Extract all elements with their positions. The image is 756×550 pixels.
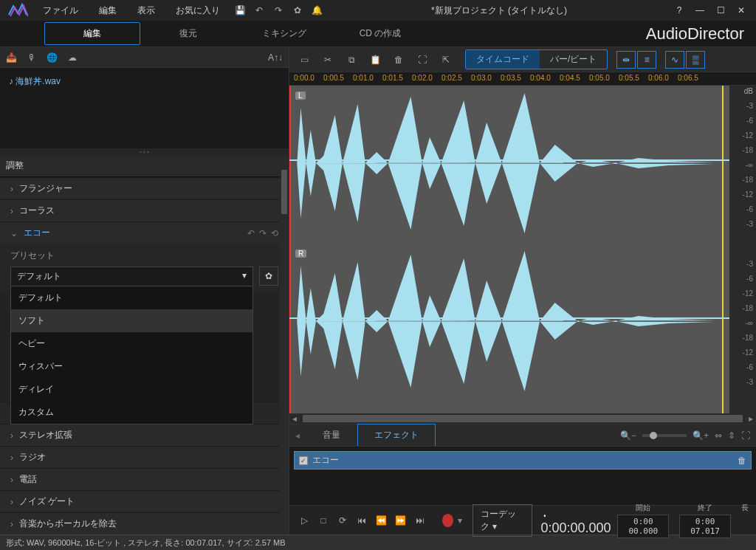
tab-edit[interactable]: 編集 [44,22,140,45]
delete-icon[interactable]: 🗑 [388,50,409,69]
spectral-view-icon[interactable]: ▒ [686,51,705,69]
adjust-header: 調整 [0,155,289,177]
menu-view[interactable]: 表示 [127,1,165,20]
zoom-fit-h-icon[interactable]: ⇔ [715,430,722,441]
skip-end-icon[interactable]: ⏭ [413,512,427,529]
paste-icon[interactable]: 📋 [365,50,385,69]
loop-icon[interactable]: ⟳ [335,512,350,529]
fx-radio[interactable]: ›ラジオ [0,446,289,468]
rewind-icon[interactable]: ⏪ [374,512,389,529]
record-button[interactable] [442,514,453,527]
tab-restore[interactable]: 復元 [140,23,236,44]
time-display: . 0:00:00.000 [541,504,614,536]
barbeat-mode[interactable]: バー/ビート [540,50,607,69]
scroll-right-icon[interactable]: ▸ [746,413,756,424]
editor-toolbar: ▭ ✂ ⧉ 📋 🗑 ⛶ ⇱ タイムコード バー/ビート ⇹ ≡ ∿ ▒ [289,47,756,72]
fx-phone[interactable]: ›電話 [0,468,289,490]
marker-view-icon[interactable]: ≡ [637,51,656,69]
save-icon[interactable]: 💾 [230,1,250,20]
download-icon[interactable]: 🌐 [47,52,58,63]
end-label: 終了 [679,503,731,513]
cloud-icon[interactable]: ☁ [68,52,77,63]
start-label: 開始 [617,503,669,513]
waveform-view-icon[interactable]: ∿ [665,51,684,69]
menu-edit[interactable]: 編集 [89,1,127,20]
fx-stereo-expand[interactable]: ›ステレオ拡張 [0,424,289,446]
notification-icon[interactable]: 🔔 [307,1,326,20]
preset-option[interactable]: ウィスパー [11,355,252,378]
zoom-in-icon[interactable]: 🔍+ [693,430,709,441]
undo-icon[interactable]: ↶ [250,1,269,20]
skip-start-icon[interactable]: ⏮ [354,512,369,529]
snap-icon[interactable]: ⇹ [616,51,636,69]
fx-reset-icon[interactable]: ⟲ [271,228,278,238]
import-icon[interactable]: 📥 [6,52,17,63]
effect-delete-icon[interactable]: 🗑 [738,456,746,466]
cut-icon[interactable]: ✂ [317,50,338,69]
media-library: 海鮮丼.wav [0,68,289,148]
timecode-mode[interactable]: タイムコード [466,50,540,69]
effect-enable-checkbox[interactable]: ✓ [299,456,308,465]
preset-settings-icon[interactable]: ✿ [259,267,278,286]
sort-icon[interactable]: A↑↓ [268,52,283,63]
menu-favorites[interactable]: お気に入り [165,1,230,20]
stop-icon[interactable]: □ [316,512,331,529]
close-icon[interactable]: ✕ [734,5,749,16]
timeline-scrollbar[interactable]: ◂ ▸ [289,413,756,424]
play-icon[interactable]: ▷ [297,512,312,529]
select-tool-icon[interactable]: ▭ [294,50,315,69]
preset-option[interactable]: カスタム [11,401,252,424]
preset-dropdown-list: デフォルト ソフト ヘビー ウィスパー ディレイ カスタム [10,286,253,424]
preset-dropdown[interactable]: デフォルト▾ [10,267,253,286]
left-panel: 📥 🎙 🌐 ☁ A↑↓ 海鮮丼.wav • • • 調整 ›フランジャー ›コー… [0,47,289,534]
export-icon[interactable]: ⇱ [436,50,456,69]
splitter-handle[interactable]: • • • [0,148,289,155]
adjust-scrollbar[interactable] [280,170,289,534]
effect-clip[interactable]: ✓ エコー 🗑 [294,451,752,470]
zoom-fit-v-icon[interactable]: ⇕ [728,430,735,441]
waveform-right [289,244,729,399]
fx-undo-icon[interactable]: ↶ [247,228,255,238]
chevron-left-icon[interactable]: ◂ [295,430,300,441]
fx-redo-icon[interactable]: ↷ [259,228,267,238]
length-label: 長 [741,503,749,513]
forward-icon[interactable]: ⏩ [394,512,408,529]
transport-bar: ▷ □ ⟳ ⏮ ⏪ ⏩ ⏭ ▾ コーデック ▾ . 0:00:00.000 開始… [289,505,756,534]
effect-clip-label: エコー [312,454,339,467]
tab-cd[interactable]: CD の作成 [332,23,428,44]
start-time-input[interactable]: 0:00 00.000 [617,515,669,538]
time-ruler[interactable]: 0:00.0 0:00.5 0:01.0 0:01.5 0:02.0 0:02.… [289,72,756,86]
waveform-left [289,86,729,241]
db-scale: dB -3 -6 -12 -18 -∞ -18 -12 -6 -3 -3 -6 … [729,86,756,413]
menu-file[interactable]: ファイル [32,1,89,20]
minimize-icon[interactable]: — [693,5,707,16]
zoom-slider[interactable] [642,434,687,437]
zoom-out-icon[interactable]: 🔍− [620,430,636,441]
fx-vocal-remove[interactable]: ›音楽からボーカルを除去 [0,512,289,534]
tab-mixing[interactable]: ミキシング [236,23,332,44]
media-file[interactable]: 海鮮丼.wav [7,72,281,91]
fx-echo[interactable]: ⌄エコー ↶↷⟲ [0,221,289,244]
preset-option[interactable]: ディレイ [11,378,252,401]
copy-icon[interactable]: ⧉ [341,50,362,69]
help-icon[interactable]: ? [672,5,687,16]
zoom-full-icon[interactable]: ⛶ [741,430,750,441]
end-time-input[interactable]: 0:00 07.017 [679,515,731,538]
fx-noise-gate[interactable]: ›ノイズ ゲート [0,490,289,512]
maximize-icon[interactable]: ☐ [713,5,728,16]
crop-icon[interactable]: ⛶ [412,50,433,69]
fx-chorus[interactable]: ›コーラス [0,199,289,221]
tab-effect[interactable]: エフェクト [357,424,436,447]
preset-option[interactable]: ソフト [11,309,252,332]
settings-icon[interactable]: ✿ [288,1,307,20]
scroll-left-icon[interactable]: ◂ [289,413,300,424]
tab-volume[interactable]: 音量 [306,424,357,447]
adjust-panel: 調整 ›フランジャー ›コーラス ⌄エコー ↶↷⟲ プリセット デフォルト▾ ✿… [0,155,289,534]
record-icon[interactable]: 🎙 [27,52,36,63]
preset-option[interactable]: ヘビー [11,332,252,355]
preset-option[interactable]: デフォルト [11,286,252,309]
codec-button[interactable]: コーデック ▾ [472,504,532,537]
waveform-area[interactable]: L R [289,86,729,413]
fx-flanger[interactable]: ›フランジャー [0,177,289,199]
redo-icon[interactable]: ↷ [269,1,288,20]
